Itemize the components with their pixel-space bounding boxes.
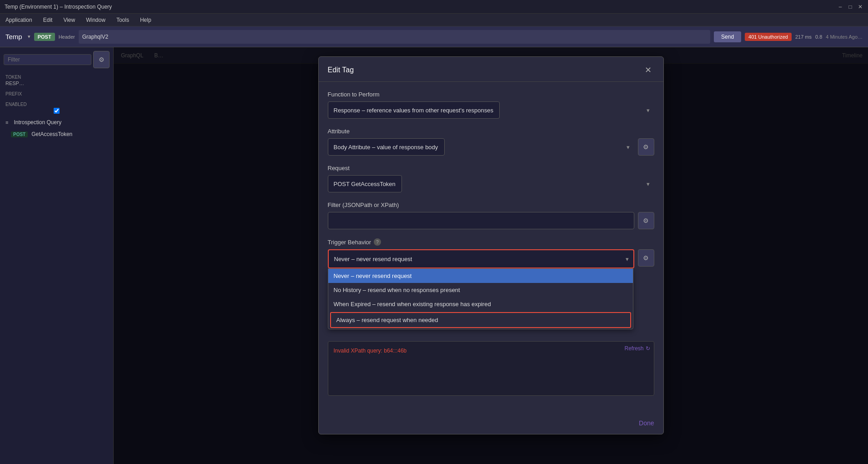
trigger-group: Trigger Behavior ? Never – never resend …	[328, 238, 654, 396]
request-select[interactable]: POST GetAccessToken	[328, 175, 402, 192]
trigger-option-when-expired[interactable]: When Expired – resend when existing resp…	[328, 297, 633, 311]
attribute-label: Attribute	[328, 128, 654, 135]
filter-gear-button[interactable]: ⚙	[638, 212, 654, 229]
refresh-icon: ↻	[646, 345, 650, 352]
trigger-option-no-history[interactable]: No History – resend when no responses pr…	[328, 283, 633, 297]
enabled-checkbox[interactable]	[5, 108, 108, 114]
trigger-dropdown-list: Never – never resend request No History …	[328, 268, 633, 329]
search-input[interactable]	[4, 54, 91, 65]
trigger-label: Trigger Behavior	[328, 239, 371, 246]
minimize-button[interactable]: –	[837, 4, 843, 10]
endpoint-name: GetAccessToken	[31, 131, 72, 137]
send-button[interactable]: Send	[714, 31, 741, 42]
workspace-dropdown-icon[interactable]: ▾	[28, 34, 30, 40]
filter-label: Filter (JSONPath or XPath)	[328, 202, 654, 208]
sidebar-endpoint-item[interactable]: POST GetAccessToken	[0, 128, 113, 140]
filter-row: ⚙	[328, 212, 654, 229]
menu-view[interactable]: View	[61, 16, 77, 24]
filter-input[interactable]	[328, 212, 634, 229]
right-panel: GraphQL B… Timeline Edit Tag ✕ Function …	[114, 47, 868, 464]
title-bar-controls: – □ ✕	[837, 4, 863, 10]
app-container: Temp ▾ POST Header GraphqlV2 Send 401 Un…	[0, 26, 868, 464]
enabled-label: ENABLED	[5, 102, 108, 107]
header-tab[interactable]: Header	[59, 34, 75, 40]
menu-edit[interactable]: Edit	[41, 16, 55, 24]
menu-tools[interactable]: Tools	[115, 16, 131, 24]
modal-overlay: Edit Tag ✕ Function to Perform Response …	[114, 47, 868, 464]
menu-application[interactable]: Application	[4, 16, 34, 24]
trigger-select-container: Never – never resend request Never – nev…	[328, 249, 634, 268]
menu-bar: Application Edit View Window Tools Help	[0, 14, 868, 26]
sidebar-search-area: ⚙	[0, 47, 113, 72]
url-bar: GraphqlV2	[79, 30, 710, 44]
request-name: Introspection Query	[14, 119, 61, 126]
modal-body: Function to Perform Response – reference…	[319, 82, 663, 414]
trigger-label-row: Trigger Behavior ?	[328, 238, 654, 246]
response-size: 0.8	[815, 34, 822, 40]
modal-close-button[interactable]: ✕	[642, 64, 654, 76]
sidebar-token-row: TOKEN RESP…	[0, 72, 113, 89]
modal-title: Edit Tag	[328, 66, 354, 74]
workspace-name: Temp	[5, 33, 22, 40]
top-bar: Temp ▾ POST Header GraphqlV2 Send 401 Un…	[0, 26, 868, 47]
output-area: Refresh ↻ Invalid XPath query: b64:::46b	[328, 341, 654, 396]
token-label: TOKEN	[5, 75, 108, 80]
request-group: Request POST GetAccessToken	[328, 165, 654, 192]
endpoint-method: POST	[11, 131, 28, 137]
sidebar-request-item[interactable]: ≡ Introspection Query	[0, 116, 113, 128]
sidebar-gear-button[interactable]: ⚙	[93, 51, 110, 68]
refresh-button[interactable]: Refresh ↻	[624, 345, 650, 352]
main-content: ⚙ TOKEN RESP… PREFIX ENABLED ≡ Introspec…	[0, 47, 868, 464]
modal-footer: Done	[319, 414, 663, 434]
function-label: Function to Perform	[328, 91, 654, 98]
url-text: GraphqlV2	[82, 34, 108, 40]
status-badge: 401 Unauthorized	[745, 33, 792, 41]
error-text: Invalid XPath query: b64:::46b	[334, 348, 407, 354]
attribute-gear-button[interactable]: ⚙	[638, 138, 654, 156]
method-badge: POST	[34, 33, 55, 41]
token-value: RESP…	[5, 81, 108, 86]
title-bar: Temp (Environment 1) – Introspection Que…	[0, 0, 868, 14]
edit-tag-modal: Edit Tag ✕ Function to Perform Response …	[318, 56, 664, 434]
menu-help[interactable]: Help	[138, 16, 153, 24]
modal-header: Edit Tag ✕	[319, 57, 663, 82]
close-window-button[interactable]: ✕	[857, 4, 863, 10]
attribute-row: Body Attribute – value of response body …	[328, 138, 654, 156]
attribute-select[interactable]: Body Attribute – value of response body	[328, 138, 445, 156]
sidebar-prefix-row: PREFIX	[0, 89, 113, 99]
title-bar-text: Temp (Environment 1) – Introspection Que…	[5, 4, 112, 10]
attribute-group: Attribute Body Attribute – value of resp…	[328, 128, 654, 156]
done-button[interactable]: Done	[639, 419, 654, 427]
attribute-select-wrapper: Body Attribute – value of response body	[328, 138, 634, 156]
function-select-wrapper: Response – reference values from other r…	[328, 101, 654, 119]
filter-group: Filter (JSONPath or XPath) ⚙	[328, 202, 654, 229]
function-select[interactable]: Response – reference values from other r…	[328, 101, 500, 119]
sidebar: ⚙ TOKEN RESP… PREFIX ENABLED ≡ Introspec…	[0, 47, 114, 464]
prefix-label: PREFIX	[5, 91, 108, 96]
timestamp: 4 Minutes Ago…	[826, 34, 863, 40]
request-select-wrapper: POST GetAccessToken	[328, 175, 654, 192]
trigger-select-row: Never – never resend request Never – nev…	[328, 249, 654, 268]
response-time: 217 ms	[795, 34, 812, 40]
trigger-option-never[interactable]: Never – never resend request	[328, 269, 633, 283]
trigger-select[interactable]: Never – never resend request	[329, 250, 633, 267]
menu-window[interactable]: Window	[84, 16, 107, 24]
sidebar-enabled-row: ENABLED	[0, 99, 113, 116]
maximize-button[interactable]: □	[847, 4, 853, 10]
function-group: Function to Perform Response – reference…	[328, 91, 654, 119]
refresh-label: Refresh	[624, 345, 643, 352]
trigger-help-icon[interactable]: ?	[374, 238, 381, 246]
trigger-gear-button[interactable]: ⚙	[638, 249, 654, 267]
trigger-option-always[interactable]: Always – resend request when needed	[330, 312, 631, 328]
request-label: Request	[328, 165, 654, 171]
